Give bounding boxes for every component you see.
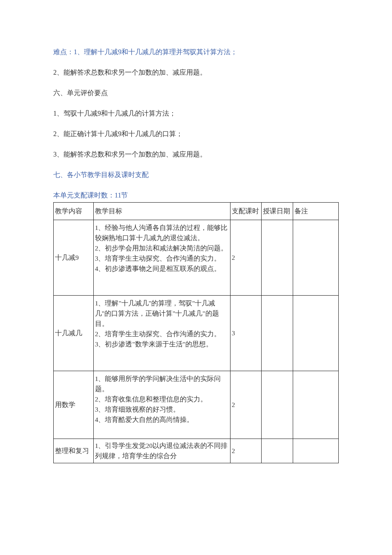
cell-date [262,220,293,296]
th-date: 授课日期 [262,203,293,220]
paragraph: 1、驾驭十几减9和十几减几的计算方法； [53,108,339,119]
cell-note [293,439,338,463]
cell-note [293,296,338,371]
cell-content: 整理和复习 [54,439,94,463]
cell-hours: 3 [230,296,262,371]
cell-goal: 1、引导学生发觉20以内退位减法表的不同排列规律，培育学生的综合分 [93,439,230,463]
paragraph: 七、各小节教学目标及课时支配 [53,170,339,180]
table-row: 十几减几 1、理解"十几减几"的算理，驾驭"十几减几"的口算方法，正确计算"十几… [54,296,339,371]
table-header-row: 教学内容 教学目标 支配课时 授课日期 备注 [54,203,339,220]
paragraph: 2、能正确计算十几减9和十几减几的口算； [53,129,339,139]
paragraph: 难点：1、理解十几减9和十几减几的算理并驾驭其计算方法； [53,47,339,57]
cell-hours: 2 [230,439,262,463]
cell-goal: 1、能够用所学的学问解决生活中的实际问题。2、培育收集信息和整理信息的实力。3、… [93,371,230,439]
table-row: 十几减9 1、经验与他人沟通各自算法的过程，能够比较娴熟地口算十几减九的退位减法… [54,220,339,296]
table-row: 整理和复习 1、引导学生发觉20以内退位减法表的不同排列规律，培育学生的综合分 … [54,439,339,463]
cell-hours: 2 [230,220,262,296]
th-hours: 支配课时 [230,203,262,220]
cell-content: 用数学 [54,371,94,439]
th-note: 备注 [293,203,338,220]
cell-content: 十几减9 [54,220,94,296]
cell-hours: 2 [230,371,262,439]
cell-goal: 1、理解"十几减几"的算理，驾驭"十几减几"的口算方法，正确计算"十几减几"的题… [93,296,230,371]
cell-note [293,220,338,296]
th-goal: 教学目标 [93,203,230,220]
paragraph: 六、单元评价要点 [53,88,339,98]
cell-date [262,371,293,439]
paragraph: 本单元支配课时数：11节 [53,190,339,200]
cell-date [262,296,293,371]
schedule-table: 教学内容 教学目标 支配课时 授课日期 备注 十几减9 1、经验与他人沟通各自算… [53,202,339,463]
paragraph: 3、能解答求总数和求另一个加数的加、减应用题。 [53,149,339,160]
table-row: 用数学 1、能够用所学的学问解决生活中的实际问题。2、培育收集信息和整理信息的实… [54,371,339,439]
cell-goal: 1、经验与他人沟通各自算法的过程，能够比较娴熟地口算十几减九的退位减法。2、初步… [93,220,230,296]
cell-note [293,371,338,439]
cell-content: 十几减几 [54,296,94,371]
cell-date [262,439,293,463]
th-content: 教学内容 [54,203,94,220]
paragraph: 2、能解答求总数和求另一个加数的加、减应用题。 [53,67,339,78]
